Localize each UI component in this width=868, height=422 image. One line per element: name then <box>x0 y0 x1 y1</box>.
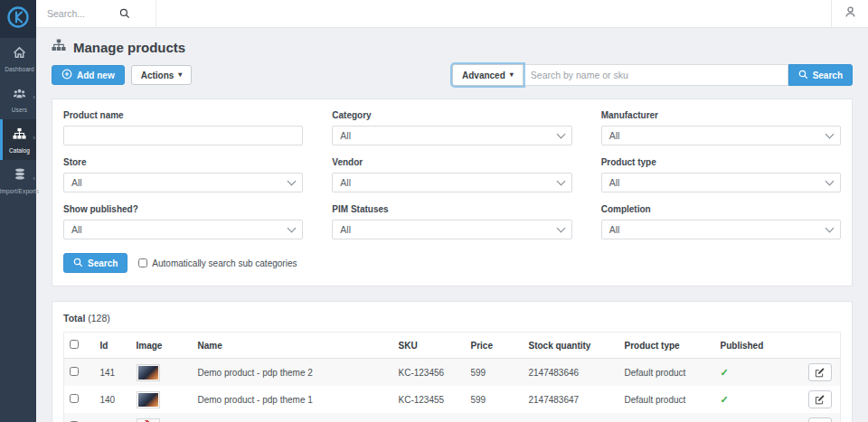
chevron-down-icon <box>826 224 835 233</box>
brand-logo[interactable] <box>0 0 36 38</box>
home-icon <box>13 46 26 62</box>
sitemap-icon <box>52 39 66 55</box>
users-icon <box>13 87 26 103</box>
edit-button[interactable] <box>808 390 832 408</box>
filter-manufacturer: Manufacturer All <box>601 110 841 145</box>
cell-id: 139 <box>95 413 131 422</box>
table-row[interactable]: 139 ACER Chromebook 11 CB5-132T-C9VF 546… <box>64 413 841 422</box>
submenu-chevron-icon: › <box>33 94 35 101</box>
add-new-button[interactable]: Add new <box>52 65 125 85</box>
product-name-input[interactable] <box>71 129 295 142</box>
advanced-button[interactable]: Advanced ▾ <box>452 64 524 86</box>
sidebar-item-catalog[interactable]: Catalog › <box>0 119 36 160</box>
submenu-chevron-icon: › <box>33 175 35 183</box>
cell-product-type: Default product <box>619 359 715 387</box>
store-select[interactable]: All <box>63 173 303 192</box>
column-header-image: Image <box>131 333 193 359</box>
edit-button[interactable] <box>808 417 832 422</box>
cell-stock: 2147483646 <box>524 413 619 422</box>
sidebar-item-label: Catalog <box>9 147 30 154</box>
table-row[interactable]: 141 Demo product - pdp theme 2 KC-123456… <box>64 359 841 387</box>
sitemap-icon <box>13 127 26 144</box>
product-thumbnail <box>137 391 160 408</box>
cell-sku: 546243 <box>393 413 466 422</box>
filter-vendor: Vendor All <box>332 157 571 192</box>
chevron-down-icon <box>556 224 565 233</box>
product-thumbnail <box>137 364 160 381</box>
row-checkbox[interactable] <box>70 367 79 376</box>
sidebar-item-label: Dashboard <box>5 66 34 72</box>
search-icon[interactable] <box>119 8 130 19</box>
cell-product-type: Default product <box>619 413 715 422</box>
topbar <box>36 0 868 28</box>
search-sub-categories-option[interactable]: Automatically search sub categories <box>138 258 297 268</box>
page-content: Manage products Add new Actions ▾ Advanc… <box>36 28 868 422</box>
sidebar: Dashboard Users › Catalog › Imp <box>0 0 36 422</box>
completion-select[interactable]: All <box>601 220 841 239</box>
user-menu-button[interactable] <box>831 0 868 27</box>
chevron-down-icon <box>826 177 835 186</box>
filter-pim-statuses: PIM Statuses All <box>332 204 571 239</box>
column-header-published: Published <box>715 333 800 359</box>
main-area: Manage products Add new Actions ▾ Advanc… <box>36 0 868 422</box>
cell-name: Demo product - pdp theme 1 <box>193 386 393 413</box>
vendor-select[interactable]: All <box>332 173 571 192</box>
actions-button[interactable]: Actions ▾ <box>131 65 193 85</box>
chevron-down-icon <box>556 177 565 186</box>
chevron-down-icon <box>826 130 835 139</box>
sidebar-item-label: Import/Exports <box>0 188 39 194</box>
search-group: Advanced ▾ Search <box>452 64 853 86</box>
chevron-down-icon <box>556 130 565 139</box>
cell-sku: KC-123455 <box>393 386 466 413</box>
submenu-chevron-icon: › <box>33 135 35 142</box>
cell-price: 599 <box>466 359 524 387</box>
filter-grid: Product name Category All Manufacturer <box>63 110 841 239</box>
cell-product-type: Default product <box>619 386 715 413</box>
product-thumbnail <box>137 418 160 422</box>
product-type-select[interactable]: All <box>601 173 841 192</box>
toolbar: Add new Actions ▾ Advanced ▾ <box>52 64 853 86</box>
search-button[interactable]: Search <box>788 64 853 86</box>
row-checkbox[interactable] <box>70 394 79 403</box>
cell-stock: 2147483647 <box>524 386 619 413</box>
column-header-stock: Stock quantity <box>524 333 619 359</box>
database-icon <box>14 168 26 184</box>
category-select[interactable]: All <box>332 126 571 145</box>
sidebar-item-label: Users <box>12 107 27 113</box>
chevron-down-icon <box>288 224 297 233</box>
cell-name: ACER Chromebook 11 CB5-132T-C9VF <box>193 413 393 422</box>
global-search <box>36 0 156 27</box>
app-root: Dashboard Users › Catalog › Imp <box>0 0 868 422</box>
cell-id: 140 <box>95 386 131 413</box>
product-search-input[interactable] <box>524 64 788 86</box>
plus-circle-icon <box>61 69 72 81</box>
column-header-price: Price <box>466 333 524 359</box>
search-sub-categories-checkbox[interactable] <box>138 258 147 267</box>
caret-down-icon: ▾ <box>510 71 514 79</box>
pim-statuses-select[interactable]: All <box>332 220 571 239</box>
search-icon <box>73 258 83 269</box>
sidebar-item-dashboard[interactable]: Dashboard <box>0 38 36 79</box>
filter-completion: Completion All <box>601 204 841 239</box>
sidebar-item-import-exports[interactable]: Import/Exports › <box>0 160 36 201</box>
filter-category: Category All <box>332 110 571 145</box>
show-published-select[interactable]: All <box>63 220 303 239</box>
global-search-input[interactable] <box>45 7 119 20</box>
published-check-icon: ✓ <box>721 367 729 378</box>
sidebar-nav: Dashboard Users › Catalog › Imp <box>0 38 36 201</box>
table-row[interactable]: 140 Demo product - pdp theme 1 KC-123455… <box>64 386 841 413</box>
filter-store: Store All <box>63 157 303 192</box>
column-header-edit <box>800 333 841 359</box>
filter-product-name: Product name <box>63 110 303 145</box>
filter-search-button[interactable]: Search <box>63 253 127 273</box>
select-all-checkbox[interactable] <box>70 340 79 349</box>
published-check-icon: ✓ <box>721 394 729 405</box>
cell-stock: 2147483646 <box>524 359 619 387</box>
manufacturer-select[interactable]: All <box>601 126 841 145</box>
edit-button[interactable] <box>808 363 832 381</box>
page-header: Manage products <box>52 39 853 55</box>
cell-name: Demo product - pdp theme 2 <box>193 359 393 387</box>
products-table-card: Total (128) Id Image Name <box>52 301 853 422</box>
sidebar-item-users[interactable]: Users › <box>0 79 36 119</box>
column-header-product-type: Product type <box>619 333 715 359</box>
